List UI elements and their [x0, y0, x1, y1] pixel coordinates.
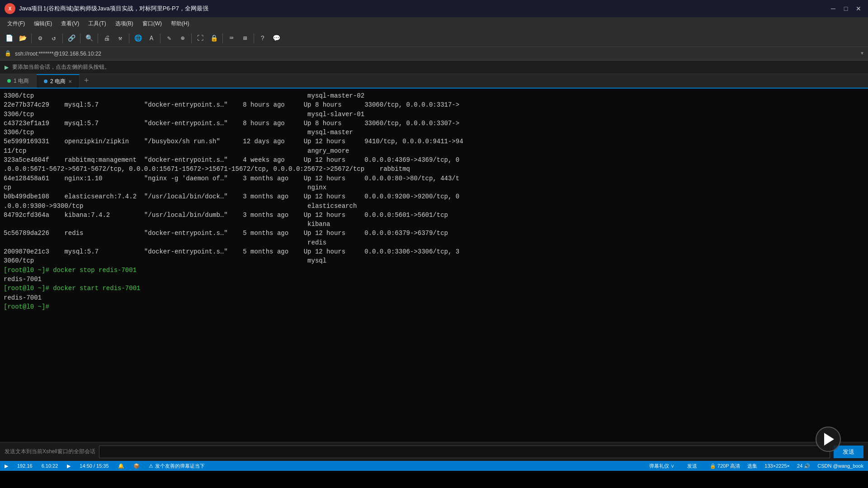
- connect-btn[interactable]: 🔗: [65, 32, 78, 45]
- tab-add-btn[interactable]: +: [80, 74, 93, 88]
- toolbar-sep-5: [129, 33, 129, 43]
- terminal-line: 323a5ce4604f rabbitmq:management "docker…: [4, 155, 864, 164]
- status-play2[interactable]: ▶: [67, 463, 71, 469]
- fullscreen-btn[interactable]: ⛶: [194, 32, 207, 45]
- title-bar: X Java项目1(谷粒商城)架构师级Java项目实战，对标阿里P6-P7，全网…: [0, 0, 868, 17]
- print-btn[interactable]: 🖨: [100, 32, 113, 45]
- tab-2-close[interactable]: ✕: [68, 79, 72, 84]
- coords-text: 133×2225×: [764, 463, 790, 469]
- input-bar: 发送文本到当前Xshell窗口的全部会话 发送: [0, 442, 868, 461]
- user-text: CSDN @wang_book: [817, 463, 863, 469]
- message-btn[interactable]: 💬: [270, 32, 283, 45]
- settings-btn[interactable]: ⚒: [114, 32, 127, 45]
- toolbar-sep-4: [98, 33, 98, 43]
- menu-view[interactable]: 查看(V): [57, 19, 83, 28]
- toolbar: 📄 📂 ⚙ ↺ 🔗 🔍 🖨 ⚒ 🌐 A ✎ ⊕ ⛶ 🔒 ⌨ ⊞ ? 💬: [0, 30, 868, 47]
- toolbar-sep-7: [191, 33, 192, 43]
- menu-bar: 文件(F) 编辑(E) 查看(V) 工具(T) 选项(B) 窗口(W) 帮助(H…: [0, 17, 868, 30]
- terminal-line: 3306/tcp mysql-master: [4, 128, 864, 137]
- volume-text: 24 🔊: [797, 463, 810, 469]
- terminal-line: 3306/tcp mysql-master-02: [4, 91, 864, 100]
- help-btn[interactable]: ?: [256, 32, 269, 45]
- menu-edit[interactable]: 编辑(E): [30, 19, 56, 28]
- maximize-button[interactable]: □: [841, 4, 851, 14]
- properties-btn[interactable]: ⚙: [34, 32, 47, 45]
- terminal-line: 5c56789da226 redis "docker-entrypoint.s……: [4, 229, 864, 238]
- toolbar-sep-3: [80, 33, 80, 43]
- menu-window[interactable]: 窗口(W): [139, 19, 165, 28]
- close-button[interactable]: ✕: [854, 4, 863, 14]
- terminal-line: 22e77b374c29 mysql:5.7 "docker-entrypoin…: [4, 100, 864, 109]
- status-bell[interactable]: 🔔: [118, 463, 124, 469]
- play-icon: ▶: [5, 463, 8, 469]
- terminal-output: 3306/tcp mysql-master-0222e77b374c29 mys…: [0, 89, 868, 442]
- arrow-icon: ▶: [5, 64, 9, 70]
- font-btn[interactable]: A: [145, 32, 158, 45]
- terminal-line: b0b499dbe108 elasticsearch:7.4.2 "/usr/l…: [4, 192, 864, 201]
- terminal-line: 5e5999169331 openzipkin/zipkin "/busybox…: [4, 137, 864, 146]
- terminal-line: redis: [4, 238, 864, 247]
- terminal-line: 84792cfd364a kibana:7.4.2 "/usr/local/bi…: [4, 211, 864, 220]
- quality-text[interactable]: 🔒 720P 高清: [710, 463, 741, 469]
- terminal-line: 3306/tcp mysql-slaver-01: [4, 110, 864, 119]
- menu-help[interactable]: 帮助(H): [167, 19, 193, 28]
- danmu-礼仪[interactable]: 弹幕礼仪 ∨: [649, 463, 675, 469]
- ip-text: 192.16: [17, 463, 33, 469]
- menu-file[interactable]: 文件(F): [4, 19, 28, 28]
- toolbar-sep-8: [222, 33, 223, 43]
- status-warn: ⚠ 发个友善的弹幕证当下: [149, 463, 205, 469]
- terminal-line: redis-7001: [4, 275, 864, 284]
- video-play-overlay[interactable]: [816, 427, 841, 452]
- port-text: 6.10:22: [42, 463, 58, 469]
- tab-1-ecommerce[interactable]: 1 电商: [0, 74, 37, 88]
- terminal-line: [root@l0 ~]#: [4, 302, 864, 311]
- time-text: 14:50 / 15:35: [80, 463, 108, 469]
- address-dropdown-btn[interactable]: ▼: [861, 51, 863, 56]
- terminal-line: c43723ef1a19 mysql:5.7 "docker-entrypoin…: [4, 119, 864, 128]
- find-btn[interactable]: 🔍: [83, 32, 95, 45]
- refresh-btn[interactable]: ↺: [47, 32, 60, 45]
- session-hint-text: 要添加当前会话，点击左侧的箭头按钮。: [12, 63, 110, 71]
- warning-icon: ⚠: [149, 463, 153, 469]
- keyboard-btn[interactable]: ⌨: [225, 32, 238, 45]
- toolbar-sep-6: [160, 33, 160, 43]
- terminal-line: .0.0.0:9300->9300/tcp elasticsearch: [4, 202, 864, 211]
- highlight-btn[interactable]: ✎: [163, 32, 175, 45]
- status-bar: ▶ 192.16 6.10:22 ▶ 14:50 / 15:35 🔔 📦 ⚠ 发…: [0, 461, 868, 471]
- toolbar-sep-9: [254, 33, 254, 43]
- collection-text[interactable]: 选集: [747, 463, 757, 469]
- status-time: 14:50 / 15:35: [80, 463, 108, 469]
- tab-1-dot: [7, 79, 11, 83]
- send-button[interactable]: 发送: [834, 446, 863, 458]
- new-session-btn[interactable]: 📄: [3, 32, 15, 45]
- terminal-line: [root@l0 ~]# docker stop redis-7001: [4, 266, 864, 275]
- toolbar-sep-2: [62, 33, 63, 43]
- status-send-btn[interactable]: 发送: [682, 462, 703, 470]
- minimize-button[interactable]: ─: [828, 4, 838, 14]
- status-play[interactable]: ▶: [5, 463, 8, 469]
- play2-icon: ▶: [67, 463, 71, 469]
- transfer-btn[interactable]: 🌐: [132, 32, 144, 45]
- open-btn[interactable]: 📂: [16, 32, 29, 45]
- menu-options[interactable]: 选项(B): [112, 19, 137, 28]
- play-overlay-icon: [824, 433, 834, 446]
- menu-tools[interactable]: 工具(T): [85, 19, 109, 28]
- terminal-line: redis-7001: [4, 293, 864, 302]
- address-text[interactable]: ssh://root:*******@192.168.56.10:22: [15, 51, 101, 57]
- tab-2-ecommerce[interactable]: 2 电商 ✕: [37, 74, 80, 88]
- status-ip: 192.16: [17, 463, 33, 469]
- terminal-input[interactable]: [99, 446, 830, 458]
- command-btn[interactable]: ⊕: [176, 32, 189, 45]
- tab-2-label: 2 电商: [50, 78, 66, 85]
- tab-1-label: 1 电商: [14, 77, 29, 85]
- split-btn[interactable]: ⊞: [239, 32, 251, 45]
- tab-2-dot: [44, 80, 47, 83]
- title-controls[interactable]: ─ □ ✕: [828, 4, 863, 14]
- lock-btn[interactable]: 🔒: [208, 32, 220, 45]
- terminal-line: kibana: [4, 220, 864, 229]
- toolbar-sep-1: [31, 33, 32, 43]
- status-gift[interactable]: 📦: [133, 463, 140, 469]
- tabs-bar: 1 电商 2 电商 ✕ +: [0, 74, 868, 89]
- warn-text: 发个友善的弹幕证当下: [155, 463, 205, 469]
- window-title: Java项目1(谷粒商城)架构师级Java项目实战，对标阿里P6-P7，全网最强: [19, 5, 828, 13]
